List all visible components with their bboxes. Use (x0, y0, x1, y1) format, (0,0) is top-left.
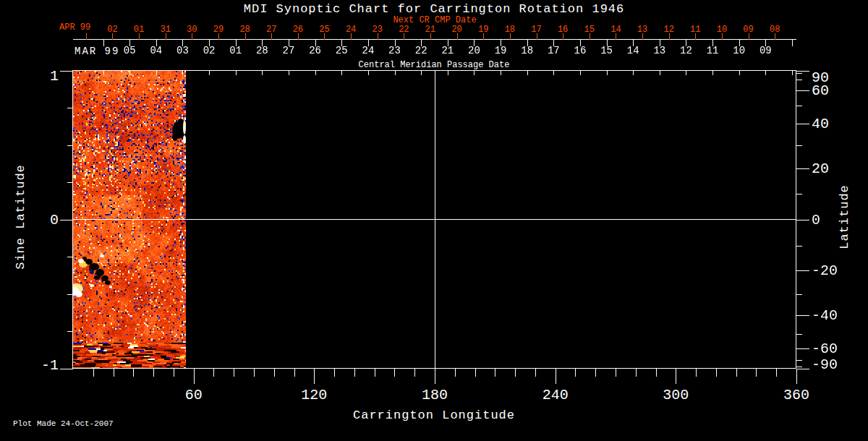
lat-tick-label: 0 (812, 211, 820, 228)
cmp-date-label: 10 (733, 45, 745, 56)
top-border-tick (660, 71, 660, 75)
cmp-date-label: 21 (441, 45, 454, 56)
top-border-tick (341, 71, 342, 75)
cmp-date-label: 26 (309, 45, 321, 56)
x-minor-tick (495, 369, 495, 377)
page-title: MDI Synoptic Chart for Carrington Rotati… (244, 2, 624, 16)
next-cr-date-label: 16 (558, 25, 568, 35)
top-border-tick (765, 71, 766, 75)
cmp-date-label: 09 (760, 45, 772, 56)
cmp-date-label: 14 (627, 45, 639, 56)
top-border-tick (156, 71, 157, 75)
next-cr-date-label: 11 (690, 25, 700, 35)
x-minor-tick (174, 369, 174, 377)
carrington-longitude-axis-title: Carrington Longitude (353, 408, 515, 422)
cmp-axis-caption: Central Meridian Passage Date (359, 60, 510, 70)
x-tick-label: 240 (542, 387, 569, 403)
cmp-date-label: 22 (415, 45, 427, 56)
lat-minor-tick (796, 360, 802, 361)
x-minor-tick (334, 369, 335, 377)
x-minor-tick (414, 369, 415, 377)
next-cr-date-label: 13 (637, 25, 647, 35)
top-border-tick (209, 71, 210, 75)
lat-minor-tick (796, 334, 802, 335)
next-cr-date-label: 28 (239, 25, 250, 35)
top-border-tick (368, 71, 369, 75)
lat-minor-tick (796, 106, 802, 106)
lat-major-tick (796, 168, 809, 169)
lat-minor-tick (796, 73, 802, 74)
meridian-180-gridline (435, 71, 435, 368)
top-border-tick (501, 71, 501, 75)
x-minor-tick (696, 369, 697, 377)
top-border-tick (474, 71, 475, 75)
next-cr-date-label: 18 (505, 25, 515, 35)
top-border-tick (129, 71, 130, 75)
lat-minor-tick (796, 367, 802, 367)
top-border-tick (580, 71, 581, 75)
lat-tick-label: 40 (812, 116, 829, 132)
x-major-tick (796, 369, 797, 384)
next-cr-date-label: 12 (663, 25, 673, 35)
lat-minor-tick (796, 194, 802, 194)
cmp-date-label: 13 (653, 45, 665, 56)
x-minor-tick (656, 369, 657, 377)
cmp-ruler-line (73, 39, 796, 40)
x-minor-tick (254, 369, 255, 377)
cmp-date-label: 01 (229, 45, 242, 56)
lat-minor-tick (796, 294, 802, 295)
top-border-tick (792, 71, 793, 75)
cmp-date-label: 18 (521, 45, 533, 56)
latitude-axis-title: Latitude (838, 184, 851, 249)
lat-major-tick (796, 124, 809, 124)
sine-major-tick (60, 369, 73, 369)
x-minor-tick (716, 369, 717, 377)
x-tick-label: 180 (422, 387, 448, 403)
next-cr-date-label: 22 (399, 25, 409, 35)
cmp-date-tick (792, 40, 793, 46)
top-border-tick (712, 71, 713, 75)
cmp-date-label: 25 (336, 45, 348, 56)
next-cr-date-label: 20 (451, 25, 461, 35)
top-border-tick (395, 71, 396, 75)
x-tick-label: 120 (301, 387, 327, 403)
next-cr-cmp-caption: Next CR CMP Date (393, 15, 476, 25)
top-border-tick (236, 71, 237, 75)
lat-major-tick (796, 315, 809, 316)
x-tick-label: 360 (783, 387, 809, 403)
x-minor-tick (133, 369, 134, 377)
cmp-date-label: 15 (600, 45, 613, 56)
next-cr-date-label: 02 (107, 25, 117, 35)
sine-tick-label: -1 (41, 357, 59, 374)
next-cr-date-label: 29 (213, 25, 224, 35)
x-minor-tick (535, 369, 536, 377)
x-minor-tick (213, 369, 214, 377)
x-minor-tick (595, 369, 596, 377)
next-cr-date-label: 14 (610, 25, 621, 35)
top-border-tick (262, 71, 263, 75)
next-cr-date-label: 24 (346, 25, 356, 35)
x-major-tick (676, 369, 676, 384)
next-cr-date-label: 19 (478, 25, 488, 35)
lat-tick-label: -60 (812, 341, 838, 357)
x-minor-tick (515, 369, 516, 377)
sine-major-tick (60, 220, 73, 220)
x-tick-label: 300 (663, 387, 689, 403)
cmp-month-label: MAR 99 (75, 46, 119, 57)
sine-minor-tick (67, 331, 73, 332)
cmp-date-label: 23 (388, 45, 401, 56)
next-cr-date-label: 09 (743, 25, 753, 35)
top-border-tick (686, 71, 686, 75)
sine-tick-label: 0 (50, 211, 59, 228)
x-major-tick (194, 369, 195, 384)
top-border-tick (315, 71, 316, 75)
x-minor-tick (455, 369, 456, 377)
x-minor-tick (354, 369, 355, 377)
plot-made-note: Plot Made 24-Oct-2007 (13, 419, 114, 428)
sine-minor-tick (67, 182, 73, 183)
next-cr-date-label: 27 (266, 25, 276, 35)
lat-major-tick (796, 348, 809, 349)
top-border-tick (448, 71, 448, 75)
sine-minor-tick (67, 257, 73, 257)
lat-major-tick (796, 71, 809, 72)
